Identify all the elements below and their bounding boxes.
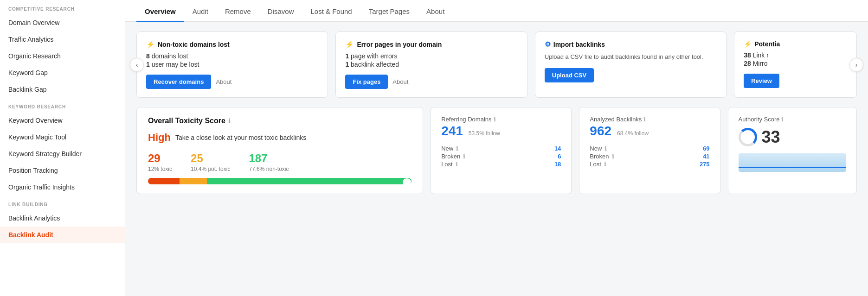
sidebar-item-backlink-analytics[interactable]: Backlink Analytics — [0, 210, 125, 227]
toxicity-level: High Take a close look at your most toxi… — [148, 132, 411, 144]
referring-domains-block: Referring Domains ℹ 241 53.5% follow — [441, 116, 561, 139]
analyzed-info-icon[interactable]: ℹ — [643, 116, 646, 123]
ab-new-info[interactable]: ℹ — [604, 145, 607, 152]
analyzed-backlinks-card: Analyzed Backlinks ℹ 962 68.4% follow Ne… — [579, 107, 720, 194]
sidebar-item-keyword-gap[interactable]: Keyword Gap — [0, 64, 125, 81]
nav-arrow-right[interactable]: › — [849, 58, 863, 72]
bar-red — [148, 178, 180, 184]
alert-cards-row: ‹ ⚡ Non-toxic domains lost 8 domains los… — [136, 31, 857, 98]
alert-card-title-4: ⚡ Potentia — [744, 40, 847, 48]
sidebar-section-label: KEYWORD RESEARCH — [0, 98, 125, 112]
alert-card-title-3: ⚙ Import backlinks — [545, 40, 717, 49]
authority-donut — [739, 128, 757, 146]
ref-lost-row: Lost ℹ 18 — [441, 161, 561, 168]
about-link-1[interactable]: About — [216, 78, 231, 85]
authority-score-card: Authority Score ℹ 33 — [728, 107, 857, 194]
main-content: OverviewAuditRemoveDisavowLost & FoundTa… — [125, 0, 868, 296]
sidebar-section-label: COMPETITIVE RESEARCH — [0, 0, 125, 14]
ref-broken-row: Broken ℹ 6 — [441, 153, 561, 160]
sidebar-item-organic-traffic-insights[interactable]: Organic Traffic Insights — [0, 179, 125, 195]
referring-domains-card: Referring Domains ℹ 241 53.5% follow New… — [431, 107, 572, 194]
tab-remove[interactable]: Remove — [217, 0, 259, 22]
tab-disavow[interactable]: Disavow — [259, 0, 302, 22]
sidebar-item-keyword-strategy-builder[interactable]: Keyword Strategy Builder — [0, 145, 125, 162]
sidebar-section-label: LINK BUILDING — [0, 195, 125, 210]
recover-domains-button[interactable]: Recover domains — [146, 75, 211, 89]
sidebar-item-position-tracking[interactable]: Position Tracking — [0, 162, 125, 179]
sidebar-item-traffic-analytics[interactable]: Traffic Analytics — [0, 31, 125, 48]
fix-pages-button[interactable]: Fix pages — [345, 75, 388, 89]
ref-domains-info-icon[interactable]: ℹ — [494, 116, 496, 123]
sidebar: COMPETITIVE RESEARCHDomain OverviewTraff… — [0, 0, 125, 296]
toxicity-title: Overall Toxicity Score ℹ — [148, 117, 411, 125]
sidebar-item-backlink-audit[interactable]: Backlink Audit — [0, 227, 125, 243]
bar-orange — [180, 178, 207, 184]
review-button[interactable]: Review — [744, 74, 779, 88]
tabs-bar: OverviewAuditRemoveDisavowLost & FoundTa… — [125, 0, 868, 22]
alert-card-title-2: ⚡ Error pages in your domain — [345, 40, 517, 49]
sidebar-item-keyword-overview[interactable]: Keyword Overview — [0, 112, 125, 129]
bolt-icon-3: ⚡ — [744, 40, 752, 48]
nav-arrow-left[interactable]: ‹ — [130, 58, 144, 72]
analyzed-backlinks-block: Analyzed Backlinks ℹ 962 68.4% follow — [590, 116, 709, 139]
ab-new-row: New ℹ 69 — [590, 145, 709, 152]
toxicity-card: Overall Toxicity Score ℹ High Take a clo… — [136, 107, 423, 194]
tox-stat-pot-toxic: 25 10.4% pot. toxic — [191, 152, 230, 172]
bottom-row: Overall Toxicity Score ℹ High Take a clo… — [136, 107, 857, 194]
ref-new-info[interactable]: ℹ — [456, 145, 458, 152]
tab-overview[interactable]: Overview — [136, 0, 184, 22]
toxicity-stats: 29 12% toxic 25 10.4% pot. toxic 187 77.… — [148, 152, 411, 172]
alert-card-non-toxic: ⚡ Non-toxic domains lost 8 domains lost … — [136, 31, 328, 98]
alert-card-title: ⚡ Non-toxic domains lost — [146, 40, 318, 49]
authority-score-display: 33 — [739, 127, 846, 147]
gear-icon: ⚙ — [545, 40, 551, 49]
about-link-2[interactable]: About — [392, 78, 408, 85]
bolt-icon-2: ⚡ — [345, 40, 354, 49]
tab-audit[interactable]: Audit — [184, 0, 217, 22]
sidebar-item-organic-research[interactable]: Organic Research — [0, 48, 125, 64]
tab-target-pages[interactable]: Target Pages — [360, 0, 418, 22]
authority-mini-chart — [739, 153, 846, 172]
tab-about[interactable]: About — [418, 0, 453, 22]
sidebar-item-domain-overview[interactable]: Domain Overview — [0, 14, 125, 31]
ab-broken-row: Broken ℹ 41 — [590, 153, 709, 160]
bar-green — [207, 178, 411, 184]
ref-broken-info[interactable]: ℹ — [463, 153, 465, 160]
toxicity-info-icon[interactable]: ℹ — [228, 118, 231, 125]
bolt-icon: ⚡ — [146, 40, 155, 49]
content-area: ‹ ⚡ Non-toxic domains lost 8 domains los… — [125, 22, 868, 296]
ab-broken-info[interactable]: ℹ — [612, 153, 614, 160]
toxicity-bar — [148, 178, 411, 184]
tab-lost-found[interactable]: Lost & Found — [302, 0, 360, 22]
tox-stat-non-toxic: 187 77.6% non-toxic — [249, 152, 289, 172]
ab-lost-row: Lost ℹ 275 — [590, 161, 709, 168]
tox-stat-toxic: 29 12% toxic — [148, 152, 172, 172]
authority-chart-line — [739, 167, 846, 168]
sidebar-item-keyword-magic-tool[interactable]: Keyword Magic Tool — [0, 129, 125, 145]
alert-card-potential: ⚡ Potentia 38 Link r 28 Mirro Review — [734, 31, 857, 98]
authority-info-icon[interactable]: ℹ — [781, 116, 784, 123]
alert-card-error-pages: ⚡ Error pages in your domain 1 page with… — [335, 31, 527, 98]
ab-lost-info[interactable]: ℹ — [604, 161, 606, 168]
alert-card-import: ⚙ Import backlinks Upload a CSV file to … — [535, 31, 727, 98]
ref-new-row: New ℹ 14 — [441, 145, 561, 152]
sidebar-item-backlink-gap[interactable]: Backlink Gap — [0, 81, 125, 98]
upload-csv-button[interactable]: Upload CSV — [545, 68, 594, 82]
ref-lost-info[interactable]: ℹ — [456, 161, 458, 168]
